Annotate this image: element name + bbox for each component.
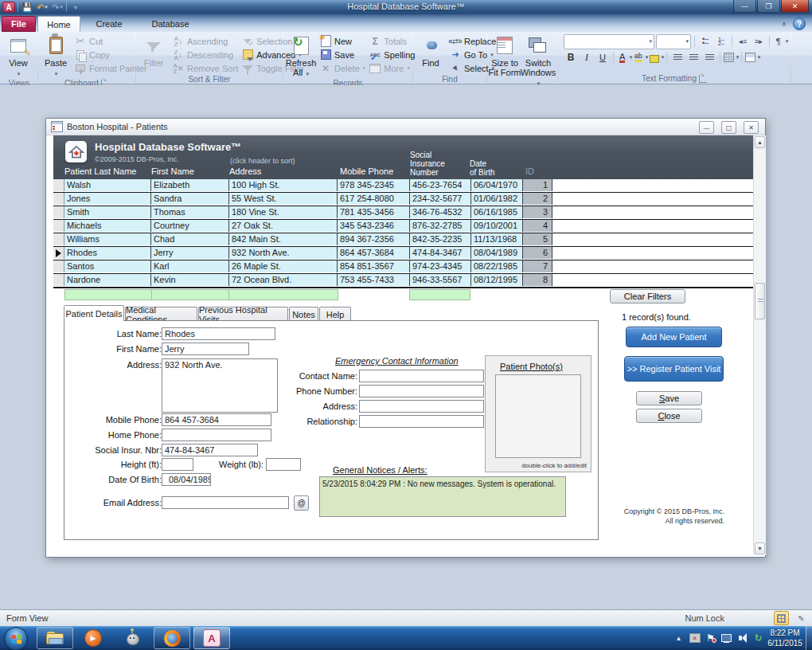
ribbon-tab-database[interactable]: Database: [138, 16, 203, 32]
align-left-button[interactable]: [670, 51, 685, 65]
form-minimize-button[interactable]: —: [699, 121, 714, 134]
column-header-date-of-birth[interactable]: Dateof Birth: [470, 159, 495, 177]
cell-address[interactable]: 842 Main St.: [229, 233, 338, 245]
close-button[interactable]: Close: [636, 409, 702, 423]
cell-mobile[interactable]: 978 345-2345: [338, 179, 410, 191]
align-right-button[interactable]: [702, 51, 716, 65]
cell-id[interactable]: 2: [523, 193, 552, 205]
close-button[interactable]: ✕: [781, 0, 809, 13]
filter-social-insurance-input[interactable]: [409, 289, 470, 300]
filter-first-name-input[interactable]: [151, 289, 230, 300]
scroll-up-icon[interactable]: ▲: [755, 136, 765, 148]
cell-sin[interactable]: 876-32-2785: [410, 220, 471, 232]
filter-last-name-input[interactable]: [64, 289, 152, 300]
cell-first[interactable]: Sandra: [151, 193, 229, 205]
indent-dec-button[interactable]: ◂≡: [736, 35, 750, 49]
cell-first[interactable]: Jerry: [151, 247, 229, 259]
ribbon-button-size-to-fit-form[interactable]: Size toFit Form: [488, 33, 521, 77]
taskbar-explorer-button[interactable]: [37, 627, 73, 649]
ribbon-button-find[interactable]: Find: [414, 33, 447, 68]
cell-sin[interactable]: 456-23-7654: [410, 179, 471, 191]
design-view-button[interactable]: ✎: [794, 611, 809, 625]
para-button[interactable]: ¶▾: [773, 35, 787, 49]
hidden-icons-icon[interactable]: ▲: [673, 632, 685, 644]
font-color-button[interactable]: A▾: [617, 51, 631, 65]
cell-last[interactable]: Santos: [64, 260, 151, 272]
cell-mobile[interactable]: 345 543-2346: [338, 220, 410, 232]
restore-button[interactable]: ❐: [757, 0, 780, 13]
help-icon[interactable]: ?: [793, 18, 806, 30]
patient-row-santos[interactable]: SantosKarl26 Maple St.854 851-3567974-23…: [53, 260, 753, 274]
font-size-combo[interactable]: ▾: [656, 34, 691, 49]
patient-photo-box[interactable]: [495, 374, 581, 458]
cell-address[interactable]: 100 High St.: [229, 179, 338, 191]
cell-sin[interactable]: 346-76-4532: [410, 206, 471, 218]
align-center-button[interactable]: [686, 51, 701, 65]
ribbon-button-new[interactable]: ✱New: [318, 34, 367, 48]
sync-icon[interactable]: ↻: [752, 632, 764, 644]
patient-row-walsh[interactable]: WalshElizabeth100 High St.978 345-234545…: [53, 179, 753, 193]
add-new-patient-button[interactable]: Add New Patient: [626, 327, 722, 347]
network-icon[interactable]: [720, 632, 732, 644]
home-phone-field[interactable]: [162, 429, 271, 441]
start-button[interactable]: [4, 627, 28, 650]
cell-mobile[interactable]: 854 851-3567: [338, 260, 410, 272]
ribbon-button-switch-windows[interactable]: SwitchWindows ▾: [521, 33, 555, 88]
cell-address[interactable]: 932 North Ave.: [229, 247, 338, 259]
cell-id[interactable]: 1: [523, 179, 552, 191]
relationship-field[interactable]: [359, 415, 484, 428]
last-name-field[interactable]: Rhodes: [162, 327, 275, 340]
tab-previous-hospital-visits[interactable]: Previous Hospital Visits: [198, 307, 288, 321]
record-selector[interactable]: [53, 193, 64, 205]
cell-last[interactable]: Rhodes: [64, 247, 151, 259]
column-header-social-insurance-number[interactable]: SocialInsuranceNumber: [410, 151, 445, 177]
cell-address[interactable]: 55 West St.: [229, 193, 338, 205]
save-button[interactable]: Save: [636, 391, 702, 405]
cell-mobile[interactable]: 753 455-7433: [338, 274, 410, 286]
cell-last[interactable]: Nardone: [64, 274, 151, 286]
font-name-combo[interactable]: ▾: [564, 34, 654, 49]
taskbar-robot-app-button[interactable]: [115, 627, 150, 649]
weight-field[interactable]: [266, 458, 301, 471]
column-header-id[interactable]: ID: [525, 167, 534, 176]
cell-dob[interactable]: 09/10/2001: [471, 220, 523, 232]
column-header-address[interactable]: Address: [229, 167, 261, 176]
cell-first[interactable]: Karl: [151, 260, 229, 272]
ribbon-tab-home[interactable]: Home: [37, 16, 80, 32]
filter-address-input[interactable]: [228, 289, 338, 300]
cell-dob[interactable]: 06/04/1970: [471, 179, 523, 191]
underline-button[interactable]: U: [595, 51, 610, 65]
register-patient-visit-button[interactable]: >> Register Patient Visit: [624, 356, 724, 382]
gridlines-button[interactable]: ▾: [724, 51, 738, 65]
cell-dob[interactable]: 06/16/1985: [471, 206, 523, 218]
cell-id[interactable]: 6: [523, 247, 552, 259]
cell-dob[interactable]: 11/13/1968: [471, 233, 523, 245]
alt-row-button[interactable]: ▾: [745, 51, 759, 65]
cell-address[interactable]: 27 Oak St.: [229, 220, 338, 232]
highlight-button[interactable]: ab▾: [633, 51, 647, 65]
cell-sin[interactable]: 974-23-4345: [410, 260, 471, 272]
cell-mobile[interactable]: 781 435-3456: [338, 206, 410, 218]
cell-last[interactable]: Michaels: [64, 220, 151, 232]
clear-filters-button[interactable]: Clear Filters: [610, 289, 685, 303]
record-selector[interactable]: [53, 233, 64, 245]
dialog-launcher-icon[interactable]: [699, 75, 707, 83]
cell-last[interactable]: Williams: [64, 233, 151, 245]
cell-sin[interactable]: 234-32-5677: [410, 193, 471, 205]
ribbon-tab-create[interactable]: Create: [82, 16, 136, 32]
record-selector[interactable]: [53, 260, 64, 272]
ribbon-button-paste[interactable]: Paste▾: [39, 33, 72, 79]
form-scrollbar[interactable]: ▲ ▼: [753, 135, 766, 555]
cell-address[interactable]: 180 Vine St.: [229, 206, 338, 218]
phone-number-field[interactable]: [359, 385, 484, 397]
cell-address[interactable]: 72 Ocean Blvd.: [229, 274, 338, 286]
numbering-button[interactable]: 1–2–: [714, 35, 728, 49]
cell-first[interactable]: Thomas: [151, 206, 229, 218]
address-field[interactable]: 932 North Ave.: [162, 358, 278, 413]
taskbar-clock[interactable]: 8:22 PM 6/11/2015: [766, 628, 804, 648]
cell-last[interactable]: Walsh: [64, 179, 151, 191]
patient-row-nardone[interactable]: NardoneKevin72 Ocean Blvd.753 455-743394…: [53, 274, 753, 288]
scroll-down-icon[interactable]: ▼: [755, 542, 765, 554]
taskbar-media-player-button[interactable]: ▶: [77, 627, 109, 649]
patient-row-williams[interactable]: WilliamsChad842 Main St.894 367-2356842-…: [53, 233, 753, 247]
